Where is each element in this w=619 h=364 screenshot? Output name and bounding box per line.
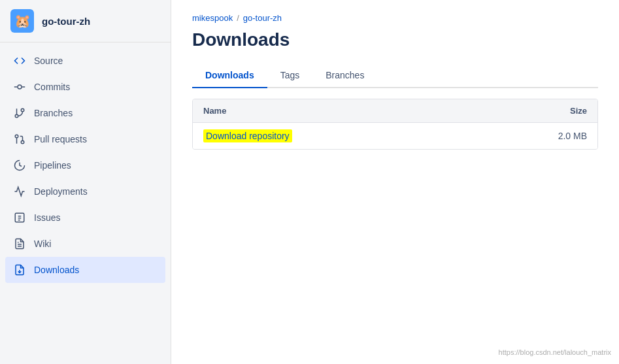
column-size: Size bbox=[522, 106, 587, 116]
code-icon bbox=[13, 54, 26, 67]
sidebar-item-pipelines-label: Pipelines bbox=[34, 160, 71, 171]
breadcrumb-separator: / bbox=[237, 13, 239, 23]
downloads-table: Name Size Download repository 2.0 MB bbox=[192, 99, 598, 150]
sidebar-item-downloads-label: Downloads bbox=[34, 265, 79, 275]
sidebar-item-issues-label: Issues bbox=[34, 212, 60, 223]
tab-branches[interactable]: Branches bbox=[312, 63, 377, 88]
sidebar-item-branches-label: Branches bbox=[34, 108, 73, 118]
breadcrumb-repo[interactable]: go-tour-zh bbox=[243, 13, 282, 23]
table-row: Download repository 2.0 MB bbox=[193, 123, 597, 149]
pullrequest-icon bbox=[13, 133, 26, 146]
commits-icon bbox=[13, 80, 26, 93]
sidebar-item-wiki-label: Wiki bbox=[34, 239, 51, 249]
downloads-icon bbox=[13, 263, 26, 276]
sidebar-item-source[interactable]: Source bbox=[0, 48, 171, 74]
branches-icon bbox=[13, 107, 26, 120]
sidebar-item-deployments-label: Deployments bbox=[34, 186, 88, 197]
wiki-icon bbox=[13, 237, 26, 250]
sidebar: 🐹 go-tour-zh Source Commits bbox=[0, 0, 171, 364]
svg-point-0 bbox=[18, 85, 22, 89]
cell-download-size: 2.0 MB bbox=[522, 131, 587, 141]
sidebar-item-issues[interactable]: Issues bbox=[0, 205, 171, 231]
sidebar-item-pullrequests[interactable]: Pull requests bbox=[0, 126, 171, 152]
sidebar-item-commits[interactable]: Commits bbox=[0, 74, 171, 100]
table-header: Name Size bbox=[193, 99, 597, 123]
sidebar-item-deployments[interactable]: Deployments bbox=[0, 178, 171, 205]
sidebar-header: 🐹 go-tour-zh bbox=[0, 0, 171, 42]
repo-avatar: 🐹 bbox=[10, 9, 34, 33]
deployments-icon bbox=[13, 185, 26, 198]
sidebar-item-pipelines[interactable]: Pipelines bbox=[0, 152, 171, 178]
sidebar-item-wiki[interactable]: Wiki bbox=[0, 231, 171, 257]
repo-name: go-tour-zh bbox=[42, 16, 90, 27]
sidebar-nav: Source Commits Br bbox=[0, 42, 171, 364]
sidebar-item-source-label: Source bbox=[34, 56, 63, 66]
page-title: Downloads bbox=[192, 29, 598, 50]
svg-point-5 bbox=[15, 114, 18, 118]
issues-icon bbox=[13, 211, 26, 224]
sidebar-item-commits-label: Commits bbox=[34, 82, 70, 92]
cell-download-name: Download repository bbox=[203, 131, 522, 141]
tab-tags[interactable]: Tags bbox=[267, 63, 313, 88]
breadcrumb: mikespook / go-tour-zh bbox=[192, 13, 598, 23]
sidebar-item-downloads[interactable]: Downloads bbox=[5, 257, 165, 283]
sidebar-item-pullrequests-label: Pull requests bbox=[34, 134, 87, 144]
watermark: https://blog.csdn.net/lalouch_matrix bbox=[499, 348, 611, 356]
pipelines-icon bbox=[13, 159, 26, 172]
breadcrumb-user[interactable]: mikespook bbox=[192, 13, 233, 23]
download-repository-link[interactable]: Download repository bbox=[203, 129, 292, 142]
column-name: Name bbox=[203, 106, 522, 116]
tab-downloads[interactable]: Downloads bbox=[192, 63, 267, 88]
svg-point-7 bbox=[15, 135, 18, 138]
tabs-bar: Downloads Tags Branches bbox=[192, 63, 598, 88]
svg-point-4 bbox=[21, 108, 24, 112]
svg-point-6 bbox=[21, 141, 24, 144]
sidebar-item-branches[interactable]: Branches bbox=[0, 100, 171, 126]
main-content: mikespook / go-tour-zh Downloads Downloa… bbox=[171, 0, 619, 364]
